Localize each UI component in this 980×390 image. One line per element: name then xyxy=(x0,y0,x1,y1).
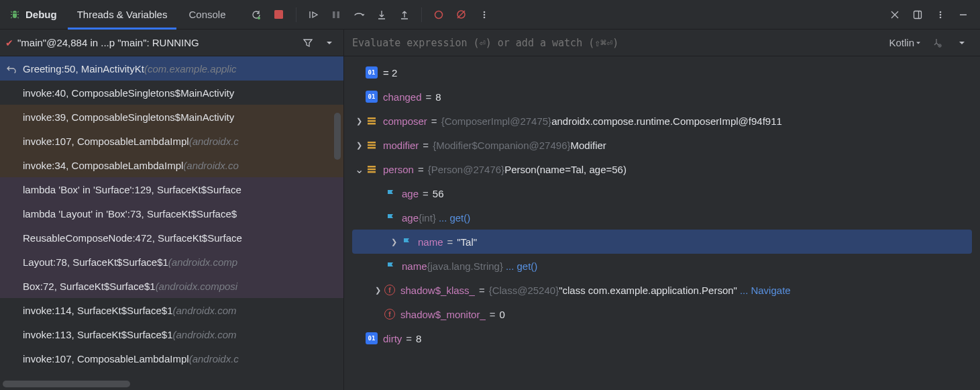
view-breakpoints-icon[interactable] xyxy=(429,5,449,25)
stack-frame-row[interactable]: Layout:78, SurfaceKt$Surface$1 (androidx… xyxy=(0,250,343,274)
stack-frame-row[interactable]: lambda 'Layout' in 'Box':73, SurfaceKt$S… xyxy=(0,201,343,226)
property-icon xyxy=(400,236,413,248)
primitive-icon: 01 xyxy=(366,91,378,103)
tab-console[interactable]: Console xyxy=(179,0,235,30)
variable-row[interactable]: ❯name {java.lang.String} ...get() xyxy=(344,254,980,278)
variable-type: {int} xyxy=(419,212,436,224)
getter-link[interactable]: get() xyxy=(449,212,470,224)
equals: = xyxy=(406,333,412,344)
minimize-icon[interactable] xyxy=(953,5,973,25)
svg-point-9 xyxy=(483,16,485,18)
stack-frame-row[interactable]: invoke:34, ComposableLambdaImpl (android… xyxy=(0,153,343,177)
variable-type: {java.lang.String} xyxy=(427,260,503,272)
frame-text: Greeting:50, MainActivityKt xyxy=(23,63,144,75)
navigate-link[interactable]: Navigate xyxy=(751,285,790,296)
variable-row[interactable]: ❯name = "Tal" xyxy=(352,230,972,254)
svg-point-14 xyxy=(940,16,942,18)
svg-point-8 xyxy=(483,13,485,15)
variable-name: composer xyxy=(383,115,427,127)
frame-package: (androidx.comp xyxy=(168,256,237,268)
stack-frame-row[interactable]: invoke:40, ComposableSingletons$MainActi… xyxy=(0,81,343,105)
stack-frame-row[interactable]: ReusableComposeNode:472, SurfaceKt$Surfa… xyxy=(0,226,343,250)
stack-frame-row[interactable]: invoke:39, ComposableSingletons$MainActi… xyxy=(0,105,343,129)
svg-rect-19 xyxy=(368,123,376,125)
mute-breakpoints-icon[interactable] xyxy=(451,5,472,25)
variable-row[interactable]: ❯01= 2 xyxy=(344,60,980,85)
expand-chevron-icon[interactable]: ❯ xyxy=(371,286,384,295)
property-icon xyxy=(384,211,396,224)
field-icon: f xyxy=(384,309,395,320)
more-icon[interactable] xyxy=(474,5,494,25)
frame-text: invoke:107, ComposableLambdaImpl xyxy=(23,136,189,147)
dropdown-icon[interactable] xyxy=(321,34,338,52)
expand-chevron-icon[interactable]: ❯ xyxy=(352,141,366,150)
stop-icon[interactable] xyxy=(269,5,289,25)
variable-row[interactable]: ❯fshadow$_monitor_ = 0 xyxy=(344,302,980,326)
resume-icon[interactable] xyxy=(303,5,323,25)
frame-text: invoke:113, SurfaceKt$Surface$1 xyxy=(23,329,172,340)
options-icon[interactable] xyxy=(930,5,950,25)
equals: = xyxy=(423,140,429,151)
vertical-scrollbar[interactable] xyxy=(334,113,341,160)
variable-row[interactable]: ❯fshadow$_klass_ = {Class@25240} "class … xyxy=(344,278,980,302)
reset-frame-icon[interactable] xyxy=(7,64,16,73)
variable-row[interactable]: ❯age = 56 xyxy=(344,181,980,205)
expand-chevron-icon[interactable]: ❯ xyxy=(352,117,366,126)
stack-frame-row[interactable]: invoke:113, SurfaceKt$Surface$1 (android… xyxy=(0,322,343,346)
expand-chevron-icon[interactable]: ❯ xyxy=(387,238,400,246)
stack-frame-row[interactable]: Greeting:50, MainActivityKt (com.example… xyxy=(0,56,343,81)
variable-row[interactable]: ❯composer = {ComposerImpl@27475} android… xyxy=(344,109,980,133)
svg-rect-2 xyxy=(333,11,335,18)
stack-frame-row[interactable]: Box:72, SurfaceKt$Surface$1 (androidx.co… xyxy=(0,274,343,298)
variable-type: {Modifier$Companion@27496} xyxy=(433,140,570,151)
evaluate-input[interactable] xyxy=(352,37,889,49)
evaluate-bar: Kotlin xyxy=(344,30,980,56)
variables-list[interactable]: ❯01= 2❯01changed = 8❯composer = {Compose… xyxy=(344,56,980,390)
debug-title: Debug xyxy=(7,9,65,20)
frame-text: invoke:107, ComposableLambdaImpl xyxy=(23,353,189,364)
svg-rect-23 xyxy=(368,166,376,168)
variable-row[interactable]: ❯01changed = 8 xyxy=(344,85,980,109)
equals: = xyxy=(418,164,424,175)
variable-name: changed xyxy=(383,91,422,103)
variable-value: Person(name=Tal, age=56) xyxy=(504,164,627,175)
variable-type: {Class@25240} xyxy=(489,285,559,296)
svg-point-12 xyxy=(940,11,942,13)
close-icon[interactable] xyxy=(885,5,905,25)
filter-icon[interactable] xyxy=(299,34,317,52)
horizontal-scrollbar[interactable] xyxy=(3,381,130,387)
layout-icon[interactable] xyxy=(908,5,928,25)
thread-check-icon: ✔ xyxy=(5,38,13,48)
rerun-icon[interactable] xyxy=(246,5,266,25)
language-selector[interactable]: Kotlin xyxy=(889,37,921,48)
variable-row[interactable]: ❯age {int} ...get() xyxy=(344,205,980,230)
expand-chevron-icon[interactable]: ⌄ xyxy=(352,163,366,176)
svg-rect-10 xyxy=(914,11,922,18)
stack-frame-row[interactable]: invoke:107, ComposableLambdaImpl (androi… xyxy=(0,346,343,371)
frames-list[interactable]: Greeting:50, MainActivityKt (com.example… xyxy=(0,56,343,390)
variable-name: modifier xyxy=(383,140,419,151)
add-watch-icon[interactable] xyxy=(926,33,946,53)
step-into-icon[interactable] xyxy=(372,5,392,25)
pause-icon[interactable] xyxy=(326,5,346,25)
debug-label-text: Debug xyxy=(25,9,57,20)
thread-status[interactable]: "main"@24,884 in ...p "main": RUNNING xyxy=(17,37,295,48)
svg-rect-22 xyxy=(368,147,376,149)
variable-name: age xyxy=(402,212,419,224)
field-icon: f xyxy=(384,285,395,295)
frame-text: invoke:40, ComposableSingletons$MainActi… xyxy=(23,87,234,99)
svg-rect-1 xyxy=(274,10,283,19)
stack-frame-row[interactable]: invoke:107, ComposableLambdaImpl (androi… xyxy=(0,129,343,153)
stack-frame-row[interactable]: lambda 'Box' in 'Surface':129, SurfaceKt… xyxy=(0,177,343,201)
variable-row[interactable]: ❯01dirty = 8 xyxy=(344,326,980,350)
getter-link[interactable]: get() xyxy=(516,260,537,272)
eval-dropdown-icon[interactable] xyxy=(952,33,972,53)
variable-row[interactable]: ❯modifier = {Modifier$Companion@27496} M… xyxy=(344,133,980,157)
step-out-icon[interactable] xyxy=(394,5,415,25)
tab-threads-variables[interactable]: Threads & Variables xyxy=(68,0,177,30)
step-over-icon[interactable] xyxy=(349,5,369,25)
variable-row[interactable]: ⌄person = {Person@27476} Person(name=Tal… xyxy=(344,157,980,181)
stack-frame-row[interactable]: invoke:114, SurfaceKt$Surface$1 (android… xyxy=(0,298,343,322)
svg-point-13 xyxy=(940,13,942,15)
divider xyxy=(421,7,422,22)
